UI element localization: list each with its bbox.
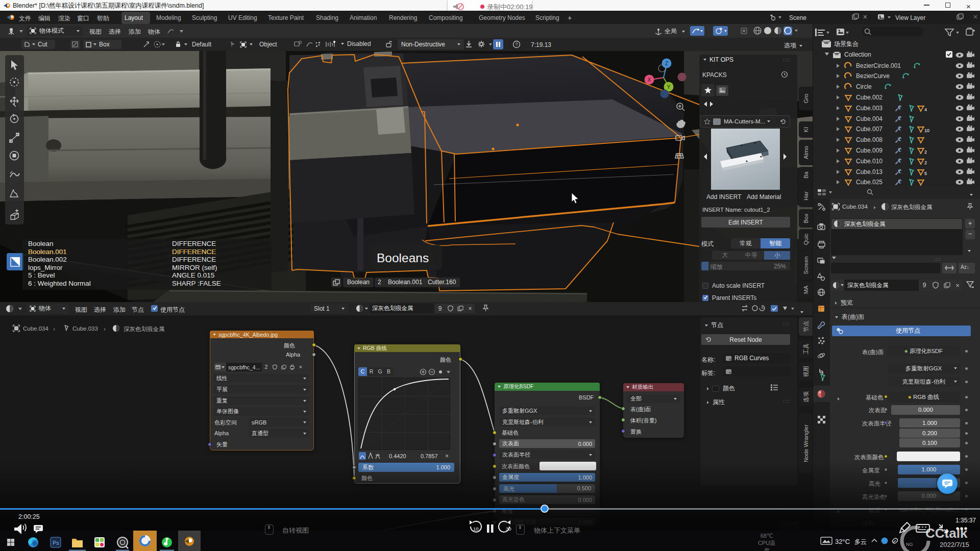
svg-text:CCtalk: CCtalk [925, 525, 968, 541]
svg-text:X: X [648, 77, 651, 83]
svg-text:10: 10 [473, 526, 479, 532]
svg-text:4: 4 [924, 107, 927, 112]
svg-text:Y: Y [667, 84, 671, 90]
svg-text:Ps: Ps [53, 540, 59, 546]
svg-text:2022/7/15: 2022/7/15 [940, 541, 969, 548]
svg-text:?: ? [515, 42, 518, 47]
svg-text:NG: NG [906, 542, 913, 547]
svg-text:30: 30 [506, 526, 511, 532]
svg-text:Z: Z [665, 61, 668, 66]
svg-text:32°C: 32°C [835, 538, 850, 545]
svg-text:多云: 多云 [854, 538, 867, 545]
svg-text:2: 2 [924, 160, 927, 165]
svg-text:10: 10 [924, 128, 929, 133]
svg-text:2: 2 [924, 149, 927, 155]
svg-text:5: 5 [924, 171, 927, 176]
